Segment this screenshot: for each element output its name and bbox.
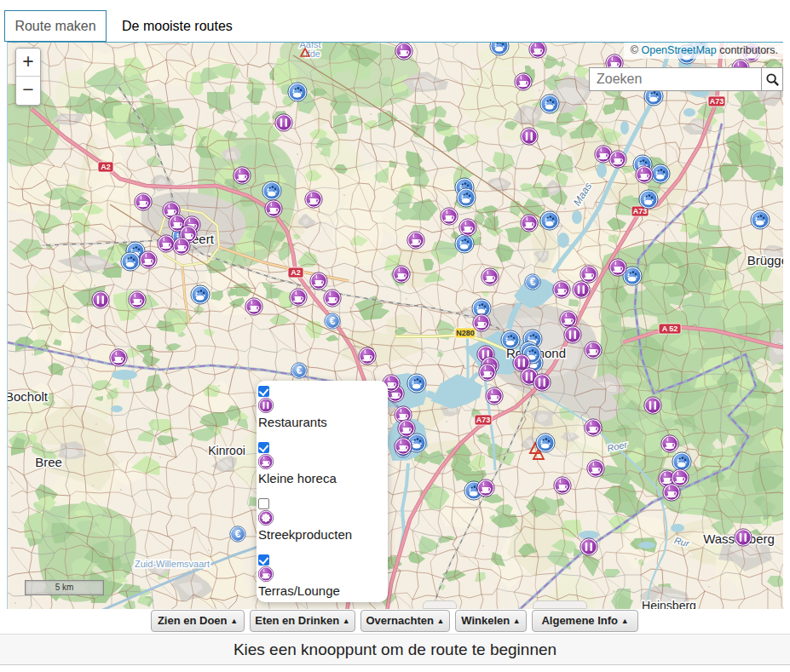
svg-text:A73: A73 <box>633 207 648 215</box>
svg-text:Brüggen: Brüggen <box>747 253 783 267</box>
svg-text:N280: N280 <box>456 329 475 337</box>
svg-text:A 52: A 52 <box>662 325 678 333</box>
svg-text:A73: A73 <box>476 416 491 424</box>
svg-text:Heinsberg: Heinsberg <box>642 599 696 609</box>
svg-text:A73: A73 <box>710 97 724 106</box>
svg-text:Bree: Bree <box>35 455 62 469</box>
svg-text:Bocholt: Bocholt <box>8 389 49 404</box>
svg-text:A2: A2 <box>291 268 301 277</box>
svg-text:Kinrooi: Kinrooi <box>208 444 245 457</box>
svg-text:A2: A2 <box>101 163 111 171</box>
svg-text:Zuid-Willemsvaart: Zuid-Willemsvaart <box>135 559 210 569</box>
